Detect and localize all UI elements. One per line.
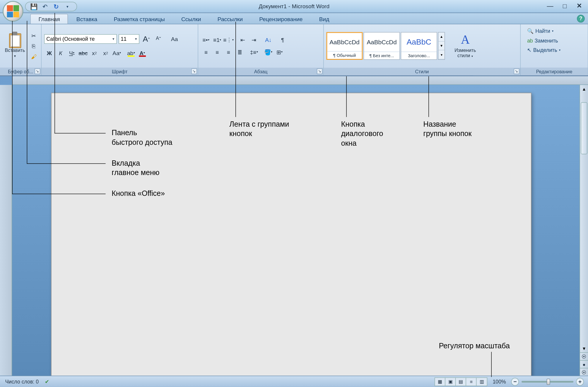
font-name-combo[interactable]: Calibri (Основной те▾	[44, 34, 117, 44]
office-button[interactable]	[3, 1, 23, 22]
style-no-spacing[interactable]: AaBbCcDd ¶ Без инте...	[364, 32, 400, 60]
numbering-button[interactable]: ≡1▾	[212, 35, 222, 45]
gallery-scroll[interactable]: ▲▼▾	[438, 32, 445, 60]
font-name-value: Calibri (Основной те	[46, 36, 95, 42]
scroll-down-icon[interactable]: ▼	[580, 344, 588, 352]
draft-view[interactable]: ▥	[477, 378, 487, 386]
horizontal-ruler[interactable]	[12, 76, 588, 85]
font-size-combo[interactable]: 11▾	[119, 34, 139, 44]
subscript-button[interactable]: x2	[89, 48, 99, 58]
replace-button[interactable]: abЗаменить	[525, 36, 563, 45]
tab-page-layout[interactable]: Разметка страницы	[105, 14, 173, 24]
shading-button[interactable]: 🪣▾	[263, 47, 274, 57]
quick-access-toolbar: 💾 ↶ ↻ ▾	[25, 2, 77, 11]
bold-button[interactable]: Ж	[44, 48, 54, 58]
clear-formatting-button[interactable]: Aa	[169, 34, 180, 44]
decrease-indent-button[interactable]: ⇤	[237, 35, 248, 45]
word-count[interactable]: Число слов: 0	[5, 378, 39, 385]
tab-mailings[interactable]: Рассылки	[209, 14, 251, 24]
vertical-scrollbar[interactable]: ▲ ▼ ⦿ ● ⦿	[580, 85, 588, 376]
group-editing: 🔍Найти ▾ abЗаменить ↖Выделить ▾ Редактир…	[521, 24, 588, 75]
multilevel-button[interactable]: ≡⋮▾	[223, 35, 234, 45]
zoom-out-button[interactable]: −	[511, 378, 519, 386]
outdent-icon: ⇤	[240, 37, 245, 43]
minimize-button[interactable]: —	[546, 2, 555, 10]
print-layout-view[interactable]: ▦	[435, 378, 445, 386]
line-spacing-button[interactable]: ‡≡▾	[249, 47, 259, 57]
zoom-slider-knob[interactable]	[546, 378, 550, 385]
highlight-button[interactable]: ab▾	[126, 48, 136, 58]
style-heading1[interactable]: AaBbC Заголово...	[401, 32, 437, 60]
tab-view[interactable]: Вид	[311, 14, 338, 24]
shrink-font-icon: Aˇ	[156, 35, 161, 43]
redo-icon[interactable]: ↻	[52, 3, 60, 11]
scissors-icon: ✂	[31, 32, 36, 39]
strike-button[interactable]: abc	[78, 48, 88, 58]
increase-indent-button[interactable]: ⇥	[249, 35, 259, 45]
undo-icon[interactable]: ↶	[41, 3, 49, 11]
justify-button[interactable]: ≣	[235, 47, 245, 57]
qat-customize-icon[interactable]: ▾	[64, 3, 71, 11]
style-normal[interactable]: AaBbCcDd ¶ Обычный	[326, 32, 363, 60]
change-styles-button[interactable]: A Изменить стили ▾	[449, 31, 481, 61]
sort-icon: A↓	[265, 37, 271, 43]
format-painter-button[interactable]: 🖌	[29, 52, 39, 61]
vertical-ruler[interactable]	[0, 85, 12, 376]
bullets-icon: ≡•	[203, 37, 208, 43]
scroll-thumb[interactable]	[581, 102, 587, 154]
clipboard-launcher[interactable]: ↘	[35, 69, 40, 74]
align-left-button[interactable]: ≡	[201, 47, 211, 57]
font-color-button[interactable]: A▾	[137, 48, 148, 58]
outline-view[interactable]: ≡	[466, 378, 476, 386]
save-icon[interactable]: 💾	[30, 3, 38, 11]
cut-button[interactable]: ✂	[29, 31, 39, 40]
tab-review[interactable]: Рецензирование	[251, 14, 311, 24]
help-button[interactable]: ?	[577, 15, 585, 23]
brush-icon: 🖌	[31, 53, 37, 60]
tab-home[interactable]: Главная	[30, 14, 68, 24]
maximize-button[interactable]: □	[560, 2, 569, 10]
italic-button[interactable]: К	[55, 48, 66, 58]
select-button[interactable]: ↖Выделить ▾	[525, 46, 563, 55]
prev-page-button[interactable]: ⦿	[580, 352, 588, 360]
tab-insert[interactable]: Вставка	[68, 14, 106, 24]
paste-label: Вставить	[5, 48, 25, 53]
document-viewport[interactable]	[12, 85, 580, 376]
align-right-button[interactable]: ≡	[223, 47, 234, 57]
change-case-button[interactable]: Aa▾	[112, 48, 122, 58]
numbering-icon: ≡1	[213, 37, 220, 43]
bullets-button[interactable]: ≡•▾	[201, 35, 211, 45]
web-layout-view[interactable]: ▤	[456, 378, 466, 386]
next-page-button[interactable]: ⦿	[580, 368, 588, 376]
tab-references[interactable]: Ссылки	[173, 14, 209, 24]
document-page[interactable]	[51, 93, 531, 376]
paste-button[interactable]: Вставить▾	[3, 26, 27, 66]
borders-button[interactable]: ⊞▾	[274, 47, 285, 57]
scroll-up-icon[interactable]: ▲	[580, 85, 588, 93]
office-logo-icon	[7, 5, 19, 17]
browse-object-button[interactable]: ●	[580, 360, 588, 368]
grow-font-button[interactable]: Aˆ	[141, 34, 151, 44]
group-label-paragraph: Абзац↘	[198, 68, 323, 76]
sort-button[interactable]: A↓	[263, 35, 274, 45]
paragraph-launcher[interactable]: ↘	[317, 69, 322, 74]
font-launcher[interactable]: ↘	[191, 69, 197, 74]
align-center-icon: ≡	[216, 49, 219, 55]
zoom-level[interactable]: 100%	[490, 378, 509, 385]
shrink-font-button[interactable]: Aˇ	[153, 34, 163, 44]
underline-button[interactable]: Ч ▾	[67, 48, 77, 58]
align-center-button[interactable]: ≡	[212, 47, 222, 57]
superscript-button[interactable]: x2	[100, 48, 111, 58]
find-button[interactable]: 🔍Найти ▾	[525, 27, 563, 36]
show-marks-button[interactable]: ¶	[277, 35, 288, 45]
copy-button[interactable]: ⎘	[29, 41, 39, 51]
select-icon: ↖	[527, 47, 531, 53]
full-screen-view[interactable]: ▣	[445, 378, 456, 386]
group-label-editing: Редактирование	[521, 68, 588, 76]
styles-gallery: AaBbCcDd ¶ Обычный AaBbCcDd ¶ Без инте..…	[326, 32, 445, 60]
zoom-in-button[interactable]: +	[576, 378, 584, 386]
close-button[interactable]: ✕	[575, 2, 584, 10]
zoom-slider[interactable]	[522, 381, 573, 382]
styles-launcher[interactable]: ↘	[514, 69, 519, 74]
proofing-icon[interactable]: ✔	[45, 378, 49, 385]
